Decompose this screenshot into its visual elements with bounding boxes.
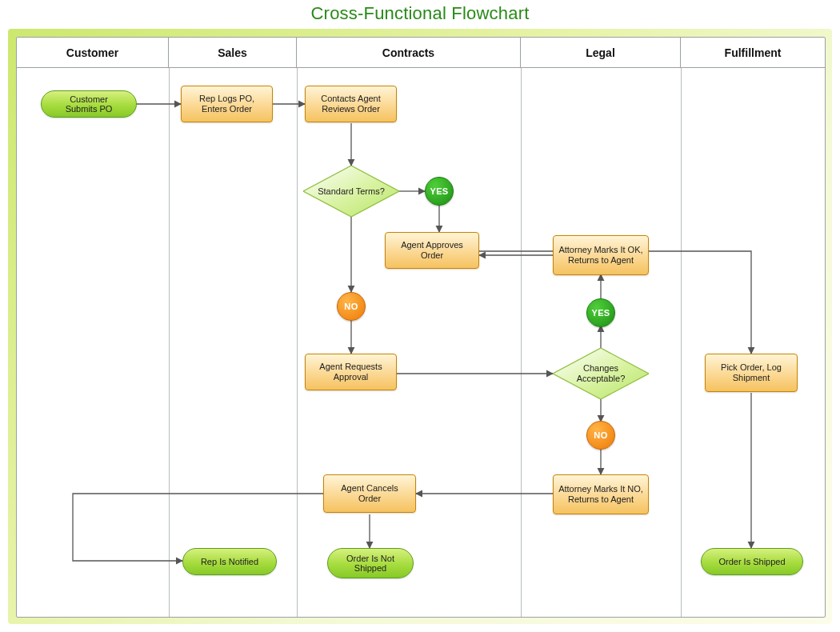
shape-label: Agent Requests Approval [310,362,391,382]
shape-label: Attorney Marks It NO, Returns to Agent [558,484,643,505]
lane-divider [297,68,298,617]
swimlane-container: Customer Sales Contracts Legal Fulfillme… [16,37,826,618]
connectors-layer [17,38,825,617]
shape-label: Changes Acceptable? [553,363,649,384]
shape-label: Pick Order, Log Shipment [710,362,792,383]
lane-header-fulfillment: Fulfillment [681,38,825,68]
lane-divider [169,68,170,617]
shape-label: Attorney Marks It OK, Returns to Agent [558,245,643,266]
lane-header-legal: Legal [521,38,681,68]
shape-label: Customer Submits PO [53,94,125,114]
lane-header-contracts: Contracts [297,38,521,68]
shape-label: Order Is Shipped [718,557,785,566]
badge-no: NO [337,292,366,321]
process-agent-approves-order: Agent Approves Order [385,232,479,269]
terminator-customer-submits-po: Customer Submits PO [41,90,137,118]
shape-label: Agent Approves Order [390,240,474,261]
badge-yes: YES [425,177,454,206]
lane-divider [521,68,522,617]
process-agent-requests-approval: Agent Requests Approval [305,354,397,390]
diagram-stage: Cross-Functional Flowchart Customer Sale… [0,0,840,632]
shape-label: Rep Logs PO, Enters Order [186,94,267,114]
lane-divider [681,68,682,617]
shape-label: Agent Cancels Order [329,483,410,504]
terminator-order-shipped: Order Is Shipped [701,548,803,575]
process-rep-logs-po: Rep Logs PO, Enters Order [181,86,273,122]
process-attorney-no: Attorney Marks It NO, Returns to Agent [553,474,649,514]
lane-header-customer: Customer [17,38,169,68]
diagram-title: Cross-Functional Flowchart [0,3,840,24]
terminator-rep-notified: Rep Is Notified [182,548,277,575]
process-pick-order: Pick Order, Log Shipment [705,354,798,392]
process-agent-reviews-order: Contacts Agent Reviews Order [305,86,397,122]
terminator-order-not-shipped: Order Is Not Shipped [327,548,414,578]
lane-header-sales: Sales [169,38,297,68]
process-attorney-ok: Attorney Marks It OK, Returns to Agent [553,235,649,275]
process-agent-cancels-order: Agent Cancels Order [323,474,416,513]
shape-label: Standard Terms? [310,186,393,197]
shape-label: Contacts Agent Reviews Order [310,94,391,114]
badge-yes: YES [586,298,615,327]
badge-no: NO [586,421,615,450]
shape-label: Order Is Not Shipped [339,554,402,573]
shape-label: Rep Is Notified [201,557,258,566]
